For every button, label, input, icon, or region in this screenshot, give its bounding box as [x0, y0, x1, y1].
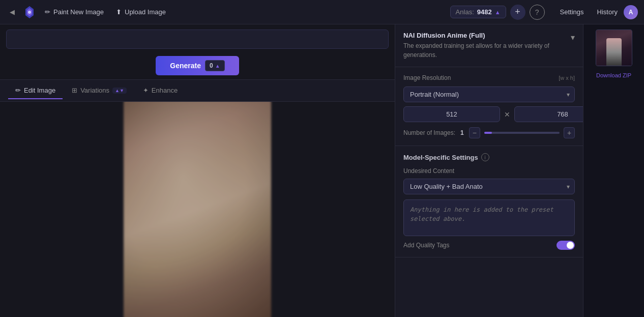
main-area: Generate 0 ▲ ✏ Edit Image ⊞ Variations ▲… — [0, 24, 644, 317]
quality-tags-row: Add Quality Tags — [403, 241, 575, 250]
tab-variations[interactable]: ⊞ Variations ▲▼ — [65, 82, 134, 99]
images-slider: − + — [469, 127, 575, 138]
model-specific-info-icon[interactable]: i — [481, 153, 489, 161]
top-navigation: ◀ ✏ Paint New Image ⬆ Upload Image Anlas… — [0, 0, 644, 24]
undesired-content-label: Undesired Content — [403, 167, 575, 175]
settings-button[interactable]: Settings — [555, 6, 589, 18]
quality-tags-toggle[interactable] — [557, 241, 575, 250]
tab-enhance[interactable]: ✦ Enhance — [136, 82, 185, 99]
resolution-settings: Image Resolution [w x h] Portrait (Norma… — [395, 67, 583, 146]
images-minus-button[interactable]: − — [469, 127, 480, 138]
undesired-preset-wrapper: Low Quality + Bad Anato None Heavy ▾ — [403, 179, 575, 194]
images-label: Number of Images: — [403, 129, 455, 136]
images-slider-fill — [484, 132, 492, 134]
svg-point-2 — [28, 11, 31, 14]
add-anlas-button[interactable]: + — [510, 5, 525, 20]
generate-button[interactable]: Generate 0 ▲ — [156, 56, 239, 75]
variations-badge: ▲▼ — [112, 88, 127, 94]
images-value: 1 — [460, 129, 464, 136]
toggle-thumb — [567, 242, 574, 249]
resolution-label: Image Resolution — [403, 74, 451, 81]
toggle-background[interactable] — [557, 241, 575, 250]
edit-icon: ✏ — [15, 87, 21, 94]
anlas-icon: ▲ — [495, 9, 501, 15]
resolution-preset-wrapper: Portrait (Normal) Landscape (Normal) Squ… — [403, 87, 575, 102]
paint-new-image-button[interactable]: ✏ Paint New Image — [41, 6, 108, 18]
number-of-images-row: Number of Images: 1 − + — [403, 127, 575, 138]
variations-icon: ⊞ — [72, 87, 77, 94]
history-image — [596, 30, 632, 66]
model-description: The expanded training set allows for a w… — [403, 41, 571, 60]
model-expand-button[interactable]: ▾ — [571, 33, 575, 42]
upload-image-button[interactable]: ⬆ Upload Image — [112, 6, 170, 18]
canvas-area — [0, 102, 395, 317]
resolution-preset-select[interactable]: Portrait (Normal) Landscape (Normal) Squ… — [403, 87, 575, 102]
images-slider-track[interactable] — [484, 132, 560, 134]
dimensions-row: ✕ — [403, 106, 575, 122]
add-quality-tags-label: Add Quality Tags — [403, 242, 450, 249]
model-specific-settings: Model-Specific Settings i Undesired Cont… — [395, 146, 583, 257]
model-card: NAI Diffusion Anime (Full) The expanded … — [395, 24, 583, 67]
left-panel: Generate 0 ▲ ✏ Edit Image ⊞ Variations ▲… — [0, 24, 395, 317]
download-zip-button[interactable]: Download ZIP — [596, 72, 631, 78]
right-panel: NAI Diffusion Anime (Full) The expanded … — [395, 24, 583, 317]
history-thumbnail[interactable] — [596, 30, 632, 66]
undesired-content-textarea[interactable] — [403, 199, 575, 236]
undesired-preset-select[interactable]: Low Quality + Bad Anato None Heavy — [403, 179, 575, 194]
image-tabs: ✏ Edit Image ⊞ Variations ▲▼ ✦ Enhance — [0, 79, 395, 102]
enhance-icon: ✦ — [143, 87, 149, 94]
app-logo — [22, 5, 37, 19]
history-label: History — [597, 8, 618, 16]
model-specific-title: Model-Specific Settings — [403, 154, 478, 161]
upload-icon: ⬆ — [116, 8, 122, 16]
model-name: NAI Diffusion Anime (Full) — [403, 32, 571, 39]
avatar: A — [624, 5, 638, 19]
brush-icon: ✏ — [45, 8, 50, 16]
generate-row: Generate 0 ▲ — [0, 54, 395, 79]
dimensions-x-icon: ✕ — [504, 110, 510, 119]
prompt-input[interactable] — [6, 30, 389, 49]
canvas-image — [124, 102, 271, 317]
help-button[interactable]: ? — [530, 5, 545, 20]
back-button[interactable]: ◀ — [6, 6, 18, 18]
width-input[interactable] — [403, 106, 500, 122]
prompt-bar — [0, 24, 395, 54]
height-input[interactable] — [514, 106, 583, 122]
history-figure — [606, 38, 622, 66]
anlas-display: Anlas: 9482 ▲ — [450, 6, 506, 18]
generate-cost: 0 ▲ — [205, 60, 225, 71]
resolution-hint: [w x h] — [559, 75, 575, 81]
tab-edit-image[interactable]: ✏ Edit Image — [8, 82, 63, 99]
images-plus-button[interactable]: + — [564, 127, 575, 138]
history-panel: Download ZIP — [583, 24, 644, 317]
anlas-cost-icon: ▲ — [215, 63, 220, 69]
